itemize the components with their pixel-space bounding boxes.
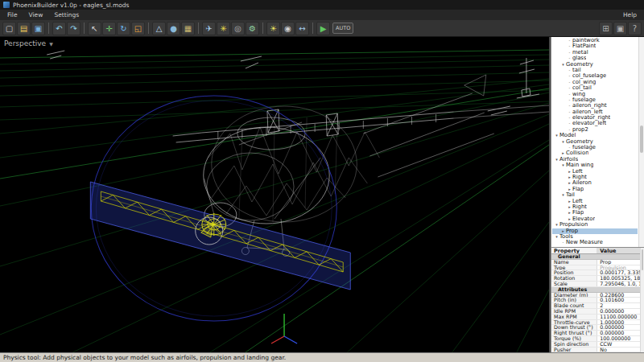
tree-item-prop2[interactable]: -prop2	[552, 127, 638, 133]
tree-item-propulsion[interactable]: ▾Propulsion	[552, 222, 638, 228]
tree-item-col-fuselage[interactable]: -col_fuselage	[552, 73, 638, 79]
expand-icon[interactable]: ▸	[567, 169, 572, 175]
help-icon[interactable]: ?	[628, 22, 642, 35]
collapse-icon[interactable]: ▾	[560, 139, 566, 145]
propulsion-tool-icon[interactable]: ✳	[217, 22, 230, 35]
airfoil-tool-icon[interactable]: ✈	[202, 22, 216, 35]
select-tool-icon[interactable]: ↖	[88, 22, 101, 35]
open-file-icon[interactable]: ▤	[17, 22, 31, 35]
tree-item-geometry[interactable]: ▾Geometry	[552, 139, 638, 145]
grid-toggle-icon[interactable]: ⊞	[599, 22, 613, 35]
tree-item-metal[interactable]: -metal	[552, 50, 638, 56]
tree-item-new-measure[interactable]: -New Measure	[552, 240, 638, 245]
tree-item-left[interactable]: ▸Left	[552, 199, 638, 204]
expand-icon[interactable]: ▸	[567, 204, 572, 210]
viewport-canvas[interactable]	[0, 37, 549, 352]
save-file-icon[interactable]: ▣	[31, 22, 45, 35]
textured-view-icon[interactable]: ▦	[181, 22, 195, 35]
property-value[interactable]: 0.000000	[597, 331, 640, 335]
property-value[interactable]: 180.005325, 180.0053...	[597, 276, 640, 281]
expand-icon[interactable]: ▸	[567, 180, 572, 186]
tree-item-tools[interactable]: ▾Tools	[552, 234, 638, 240]
tree-item-prop[interactable]: ▸Prop	[552, 228, 638, 234]
collapse-icon[interactable]: ▾	[554, 234, 559, 240]
redo-icon[interactable]: ↷	[67, 22, 80, 35]
menu-view[interactable]: View	[23, 10, 49, 19]
tree-item-airfoils[interactable]: ▾Airfoils	[552, 157, 638, 162]
property-value[interactable]: 7.295046, 1.0, 1.0	[597, 282, 640, 286]
property-value[interactable]: 1.000000	[597, 320, 640, 325]
property-value[interactable]: 2	[597, 303, 640, 308]
tree-scrollbar[interactable]	[638, 37, 644, 247]
menu-help[interactable]: Help	[617, 10, 642, 19]
tree-item-elevator-right[interactable]: -elevator_right	[552, 115, 638, 121]
collapse-icon[interactable]: ▾	[560, 62, 566, 68]
tree-item-aileron[interactable]: ▸Aileron	[552, 180, 638, 186]
property-value[interactable]: CCW	[597, 342, 640, 347]
menu-settings[interactable]: Settings	[48, 10, 85, 19]
tree-item-left[interactable]: ▸Left	[552, 169, 638, 175]
collapse-icon[interactable]: ▾	[554, 222, 559, 228]
expand-icon[interactable]: ▸	[567, 175, 572, 180]
shaded-view-icon[interactable]: ●	[167, 22, 180, 35]
undo-icon[interactable]: ↶	[52, 22, 66, 35]
expand-icon[interactable]: ▸	[560, 150, 566, 156]
tree-item-main-wing[interactable]: ▾Main wing	[552, 162, 638, 168]
expand-icon[interactable]: ▸	[567, 199, 572, 204]
property-value[interactable]: 0.000177, 3.335217, 1...	[597, 270, 640, 275]
viewport-mode-dropdown[interactable]: Perspective ▼	[4, 39, 53, 47]
collapse-icon[interactable]: ▾	[560, 192, 566, 198]
tree-item-fuselage[interactable]: -fuselage	[552, 97, 638, 103]
tree-scrollbar-thumb[interactable]	[640, 125, 643, 153]
tree-item-flap[interactable]: ▸Flap	[552, 210, 638, 216]
expand-icon[interactable]: ▸	[567, 216, 572, 222]
tree-item-geometry[interactable]: ▾Geometry	[552, 62, 638, 68]
collapse-icon[interactable]: ▾	[554, 157, 559, 162]
camera-tool-icon[interactable]: ◉	[281, 22, 295, 35]
auto-toggle-button[interactable]: AUTO	[332, 23, 353, 34]
move-tool-icon[interactable]: ✛	[102, 22, 116, 35]
properties-scrollbar[interactable]	[640, 248, 644, 352]
viewport-3d[interactable]: Perspective ▼	[0, 37, 549, 352]
tree-item-col-tail[interactable]: -col_tail	[552, 85, 638, 91]
property-value[interactable]: 0.000000	[597, 325, 640, 330]
property-value[interactable]: Propulsion	[597, 265, 640, 270]
physics-tool-icon[interactable]: ⚙	[246, 22, 259, 35]
light-tool-icon[interactable]: ☀	[266, 22, 280, 35]
tree-item-paintwork[interactable]: -paintwork	[552, 38, 638, 43]
tree-item-right[interactable]: ▸Right	[552, 204, 638, 210]
tree-item-elevator[interactable]: ▸Elevator	[552, 216, 638, 222]
property-value[interactable]: No	[597, 348, 640, 352]
collapse-icon[interactable]: ▾	[554, 133, 559, 138]
property-value[interactable]: 0.000000	[597, 309, 640, 314]
expand-icon[interactable]: ▸	[560, 228, 566, 234]
tree-item-flap[interactable]: ▸Flap	[552, 187, 638, 192]
tree-item-fuselage[interactable]: -fuselage	[552, 145, 638, 150]
tree-item-elevator-left[interactable]: -elevator_left	[552, 121, 638, 126]
property-value[interactable]: 0.228600	[597, 293, 640, 298]
property-value[interactable]: 0.101600	[597, 298, 640, 302]
measure-tool-icon[interactable]: ↔	[295, 22, 309, 35]
expand-icon[interactable]: ▸	[567, 187, 572, 192]
property-value[interactable]: 100.000000	[597, 336, 640, 341]
screenshot-icon[interactable]: ▣	[613, 22, 627, 35]
property-value[interactable]: Prop	[597, 260, 640, 265]
tree-item-tail[interactable]: ▾Tail	[552, 192, 638, 198]
expand-icon[interactable]: ▸	[567, 210, 572, 216]
menu-file[interactable]: File	[2, 10, 23, 19]
tree-item-tail[interactable]: -tail	[552, 68, 638, 73]
property-value[interactable]: 11100.000000	[597, 315, 640, 319]
rotate-tool-icon[interactable]: ↻	[117, 22, 130, 35]
play-simulation-icon[interactable]: ▶	[316, 22, 330, 35]
tree-item-col-wing[interactable]: -col_wing	[552, 80, 638, 85]
new-file-icon[interactable]: ▢	[2, 22, 16, 35]
tree-item-model[interactable]: ▾Model	[552, 133, 638, 138]
tree-item-aileron-right[interactable]: -aileron_right	[552, 103, 638, 109]
tree-item-flatpaint[interactable]: -FlatPaint	[552, 43, 638, 49]
collapse-icon[interactable]: ▾	[560, 162, 566, 168]
landing-gear-tool-icon[interactable]: ◎	[231, 22, 245, 35]
wireframe-view-icon[interactable]: △	[152, 22, 166, 35]
tree-item-wing[interactable]: -wing	[552, 92, 638, 97]
tree-item-collision[interactable]: ▸Collision	[552, 150, 638, 156]
tree-item-glass[interactable]: -glass	[552, 56, 638, 61]
